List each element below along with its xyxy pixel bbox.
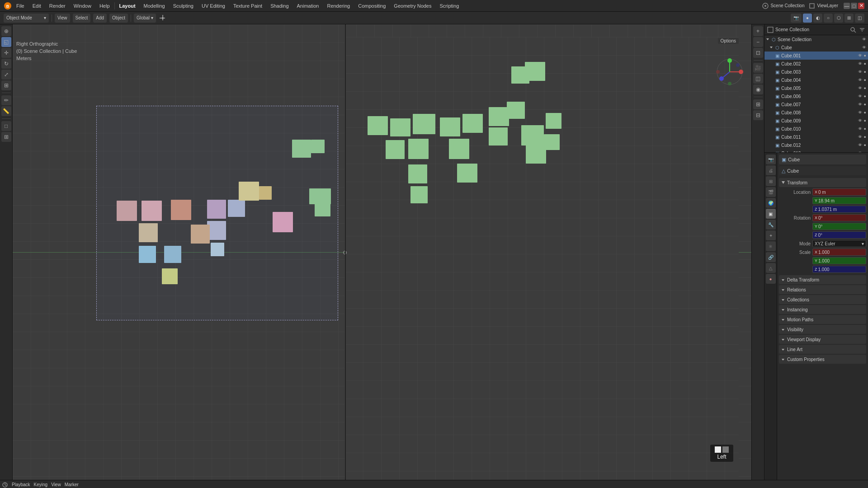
viewlayer-name[interactable]: ViewLayer bbox=[817, 3, 838, 8]
eye-toggle-9[interactable]: 👁 bbox=[858, 102, 862, 107]
move-tool[interactable]: ✛ bbox=[1, 48, 11, 58]
eye-toggle-8[interactable]: 👁 bbox=[858, 94, 862, 99]
global-selector[interactable]: Global ▾ bbox=[134, 14, 156, 23]
viewport-display-header[interactable]: Viewport Display bbox=[779, 335, 866, 344]
eye-toggle-12[interactable]: 👁 bbox=[858, 127, 862, 131]
workspace-layout[interactable]: Layout bbox=[116, 2, 139, 9]
xray-toggle[interactable]: ◫ bbox=[855, 14, 864, 23]
workspace-scripting[interactable]: Scripting bbox=[436, 2, 463, 9]
outliner-cube-004[interactable]: ▣ Cube.004 👁 ● bbox=[764, 76, 868, 84]
camera-view-btn[interactable]: 🎥 bbox=[753, 63, 763, 73]
eye-toggle-2[interactable]: 👁 bbox=[862, 45, 866, 50]
outliner-cube-010[interactable]: ▣ Cube.010 👁 ● bbox=[764, 125, 868, 133]
motion-paths-header[interactable]: Motion Paths bbox=[779, 315, 866, 324]
add-menu[interactable]: Add bbox=[93, 14, 107, 23]
restrict-icon-12[interactable]: ● bbox=[864, 127, 866, 131]
outliner-cube-007[interactable]: ▣ Cube.007 👁 ● bbox=[764, 100, 868, 108]
visibility-header[interactable]: Visibility bbox=[779, 325, 866, 334]
prop-modifier-icon[interactable]: 🔧 bbox=[766, 220, 776, 230]
filter-icon[interactable] bbox=[859, 27, 865, 33]
marker-label[interactable]: Marker bbox=[65, 482, 79, 487]
location-y-input[interactable]: Y 18.94 m bbox=[812, 197, 866, 204]
viewport-shading-wireframe[interactable]: ⬡ bbox=[834, 14, 843, 23]
prop-data-icon[interactable]: △ bbox=[766, 263, 776, 273]
add-cube-tool[interactable]: □ bbox=[1, 121, 11, 131]
prop-constraints-icon[interactable]: 🔗 bbox=[766, 252, 776, 262]
prop-physics-icon[interactable]: ⚛ bbox=[766, 241, 776, 251]
outliner-cube-001[interactable]: ▣ Cube.001 👁 ● bbox=[764, 52, 868, 60]
restrict-icon-6[interactable]: ● bbox=[864, 78, 866, 82]
options-button[interactable]: Options bbox=[718, 38, 739, 44]
restrict-icon-13[interactable]: ● bbox=[864, 135, 866, 139]
menu-render[interactable]: Render bbox=[46, 2, 69, 9]
object-menu[interactable]: Object bbox=[109, 14, 128, 23]
restrict-icon-11[interactable]: ● bbox=[864, 118, 866, 123]
mode-selector[interactable]: Object Mode ▾ bbox=[4, 14, 49, 23]
rotate-tool[interactable]: ↻ bbox=[1, 59, 11, 69]
menu-file[interactable]: File bbox=[13, 2, 28, 9]
prop-world-icon[interactable]: 🌍 bbox=[766, 198, 776, 208]
local-view-btn[interactable]: ◉ bbox=[753, 84, 763, 94]
workspace-rendering[interactable]: Rendering bbox=[323, 2, 354, 9]
menu-help[interactable]: Help bbox=[96, 2, 113, 9]
measure-tool[interactable]: 📏 bbox=[1, 106, 11, 116]
menu-edit[interactable]: Edit bbox=[29, 2, 45, 9]
cursor-tool[interactable]: ⊕ bbox=[1, 26, 11, 36]
workspace-shading[interactable]: Shading bbox=[267, 2, 292, 9]
scale-z-input[interactable]: Z 1.000 bbox=[812, 266, 866, 273]
rotation-x-input[interactable]: X 0° bbox=[812, 214, 866, 221]
second-viewport[interactable] bbox=[345, 37, 739, 480]
prop-scene-icon[interactable]: 🎬 bbox=[766, 187, 776, 197]
workspace-compositing[interactable]: Compositing bbox=[354, 2, 389, 9]
minimize-btn[interactable]: — bbox=[844, 3, 850, 9]
prop-view-layer-icon[interactable]: ⊞ bbox=[766, 176, 776, 186]
eye-toggle-5[interactable]: 👁 bbox=[858, 70, 862, 74]
outliner-cube-003[interactable]: ▣ Cube.003 👁 ● bbox=[764, 68, 868, 76]
eye-toggle-1[interactable]: 👁 bbox=[862, 37, 866, 42]
eye-toggle-7[interactable]: 👁 bbox=[858, 86, 862, 90]
location-x-input[interactable]: X 0 m bbox=[812, 188, 866, 196]
overlay-toggle[interactable]: ⊞ bbox=[844, 14, 854, 23]
scene-name[interactable]: Scene Collection bbox=[770, 3, 804, 8]
outliner-cube-006[interactable]: ▣ Cube.006 👁 ● bbox=[764, 92, 868, 100]
relations-header[interactable]: Relations bbox=[779, 285, 866, 294]
restrict-icon-9[interactable]: ● bbox=[864, 102, 866, 107]
select-menu[interactable]: Select bbox=[73, 14, 91, 23]
outliner-cube-collection[interactable]: ⬡ Cube 👁 bbox=[764, 43, 868, 52]
rotation-y-input[interactable]: Y 0° bbox=[812, 223, 866, 230]
eye-toggle-10[interactable]: 👁 bbox=[858, 110, 862, 115]
workspace-uv-editing[interactable]: UV Editing bbox=[198, 2, 229, 9]
outliner-cube-005[interactable]: ▣ Cube.005 👁 ● bbox=[764, 84, 868, 92]
close-btn[interactable]: ✕ bbox=[858, 3, 864, 9]
viewport-shading-rendered[interactable]: ○ bbox=[824, 14, 833, 23]
restrict-icon-14[interactable]: ● bbox=[864, 143, 866, 147]
line-art-header[interactable]: Line Art bbox=[779, 345, 866, 354]
perspective-toggle-btn[interactable]: ◫ bbox=[753, 74, 763, 84]
restrict-icon-4[interactable]: ● bbox=[864, 61, 866, 66]
eye-toggle-3[interactable]: 👁 bbox=[858, 53, 862, 58]
transform-tool[interactable]: ⊞ bbox=[1, 80, 11, 90]
location-z-input[interactable]: Z 1.0371 m bbox=[812, 206, 866, 213]
delta-transform-header[interactable]: Delta Transform bbox=[779, 275, 866, 284]
workspace-texture-paint[interactable]: Texture Paint bbox=[230, 2, 266, 9]
camera-icon[interactable]: 📷 bbox=[791, 14, 802, 23]
viewport-shading-material[interactable]: ◐ bbox=[813, 14, 822, 23]
eye-toggle-6[interactable]: 👁 bbox=[858, 78, 862, 82]
viewport-shading-solid[interactable]: ● bbox=[803, 14, 812, 23]
custom-properties-header[interactable]: Custom Properties bbox=[779, 355, 866, 364]
playback-label[interactable]: Playback bbox=[12, 482, 30, 487]
rotation-z-input[interactable]: Z 0° bbox=[812, 231, 866, 239]
instancing-header[interactable]: Instancing bbox=[779, 305, 866, 314]
workspace-geometry-nodes[interactable]: Geometry Nodes bbox=[390, 2, 435, 9]
viewport[interactable]: Right Orthographic (0) Scene Collection … bbox=[13, 24, 751, 480]
workspace-modelling[interactable]: Modelling bbox=[140, 2, 169, 9]
grid-btn[interactable]: ⊟ bbox=[753, 110, 763, 120]
annotate-tool[interactable]: ✏ bbox=[1, 95, 11, 105]
select-tool[interactable]: ◱ bbox=[1, 37, 11, 47]
view-label[interactable]: View bbox=[51, 482, 61, 487]
restrict-icon-10[interactable]: ● bbox=[864, 110, 866, 115]
outliner-cube-002[interactable]: ▣ Cube.002 👁 ● bbox=[764, 60, 868, 68]
workspace-animation[interactable]: Animation bbox=[293, 2, 323, 9]
zoom-out-btn[interactable]: − bbox=[753, 37, 763, 47]
restrict-icon-3[interactable]: ● bbox=[864, 53, 866, 58]
